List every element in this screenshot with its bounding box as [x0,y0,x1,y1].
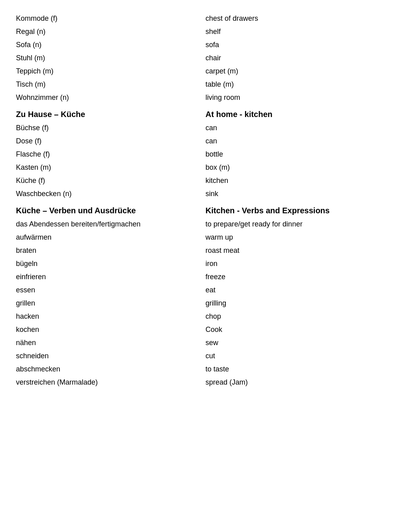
vocab-row: Büchse (f)can [16,121,379,135]
german-term: schneiden [16,349,198,363]
german-term: Teppich (m) [16,65,198,78]
german-term: Dose (f) [16,135,198,148]
vocab-row: Flasche (f)bottle [16,148,379,161]
vocab-row: Sofa (n)sofa [16,38,379,52]
english-translation: chop [198,310,379,323]
english-translation: At home - kitchen [198,104,379,121]
vocab-row: Stuhl (m)chair [16,52,379,65]
german-term: hacken [16,310,198,323]
english-translation: cut [198,349,379,363]
english-translation: chair [198,52,379,65]
english-translation: grilling [198,297,379,310]
english-translation: to taste [198,363,379,376]
german-term: Kasten (m) [16,161,198,174]
english-translation: shelf [198,25,379,38]
english-translation: kitchen [198,174,379,187]
english-translation: can [198,121,379,135]
vocab-row: Dose (f)can [16,135,379,148]
english-translation: sofa [198,38,379,52]
german-term: Kommode (f) [16,12,198,25]
german-term: Flasche (f) [16,148,198,161]
german-term: Tisch (m) [16,78,198,91]
english-translation: living room [198,91,379,104]
english-translation: chest of drawers [198,12,379,25]
vocab-row: das Abendessen bereiten/fertigmachento p… [16,218,379,231]
vocab-row: bratenroast meat [16,244,379,257]
vocab-row: verstreichen (Marmalade)spread (Jam) [16,376,379,389]
vocab-row: abschmeckento taste [16,363,379,376]
german-term: Zu Hause – Küche [16,104,198,121]
german-term: einfrieren [16,270,198,284]
english-translation: warm up [198,231,379,244]
english-translation: eat [198,284,379,297]
vocab-row: Regal (n)shelf [16,25,379,38]
german-term: aufwärmen [16,231,198,244]
english-translation: box (m) [198,161,379,174]
vocab-row: Kommode (f)chest of drawers [16,12,379,25]
vocab-row: Küche (f)kitchen [16,174,379,187]
vocabulary-table: Kommode (f)chest of drawersRegal (n)shel… [16,12,379,389]
english-translation: can [198,135,379,148]
vocab-row: kochenCook [16,323,379,336]
english-translation: Kitchen - Verbs and Expressions [198,200,379,218]
vocab-row: schneidencut [16,349,379,363]
english-translation: sink [198,187,379,200]
section-header-row: Zu Hause – KücheAt home - kitchen [16,104,379,121]
vocab-row: esseneat [16,284,379,297]
english-translation: Cook [198,323,379,336]
english-translation: roast meat [198,244,379,257]
english-translation: to prepare/get ready for dinner [198,218,379,231]
vocab-row: Tisch (m)table (m) [16,78,379,91]
english-translation: sew [198,336,379,349]
german-term: bügeln [16,257,198,270]
vocab-row: Waschbecken (n)sink [16,187,379,200]
german-term: das Abendessen bereiten/fertigmachen [16,218,198,231]
german-term: abschmecken [16,363,198,376]
german-term: Waschbecken (n) [16,187,198,200]
german-term: nähen [16,336,198,349]
german-term: Küche – Verben und Ausdrücke [16,200,198,218]
english-translation: carpet (m) [198,65,379,78]
section-header-row: Küche – Verben und AusdrückeKitchen - Ve… [16,200,379,218]
english-translation: table (m) [198,78,379,91]
vocab-row: nähensew [16,336,379,349]
vocab-row: einfrierenfreeze [16,270,379,284]
vocab-row: aufwärmenwarm up [16,231,379,244]
german-term: grillen [16,297,198,310]
vocab-row: Kasten (m)box (m) [16,161,379,174]
german-term: Büchse (f) [16,121,198,135]
german-term: kochen [16,323,198,336]
german-term: braten [16,244,198,257]
german-term: Stuhl (m) [16,52,198,65]
german-term: Wohnzimmer (n) [16,91,198,104]
german-term: Küche (f) [16,174,198,187]
vocab-row: Teppich (m)carpet (m) [16,65,379,78]
german-term: Sofa (n) [16,38,198,52]
vocab-row: bügelniron [16,257,379,270]
german-term: essen [16,284,198,297]
german-term: Regal (n) [16,25,198,38]
english-translation: spread (Jam) [198,376,379,389]
german-term: verstreichen (Marmalade) [16,376,198,389]
english-translation: iron [198,257,379,270]
vocab-row: grillengrilling [16,297,379,310]
vocab-row: hackenchop [16,310,379,323]
english-translation: bottle [198,148,379,161]
english-translation: freeze [198,270,379,284]
vocab-row: Wohnzimmer (n)living room [16,91,379,104]
